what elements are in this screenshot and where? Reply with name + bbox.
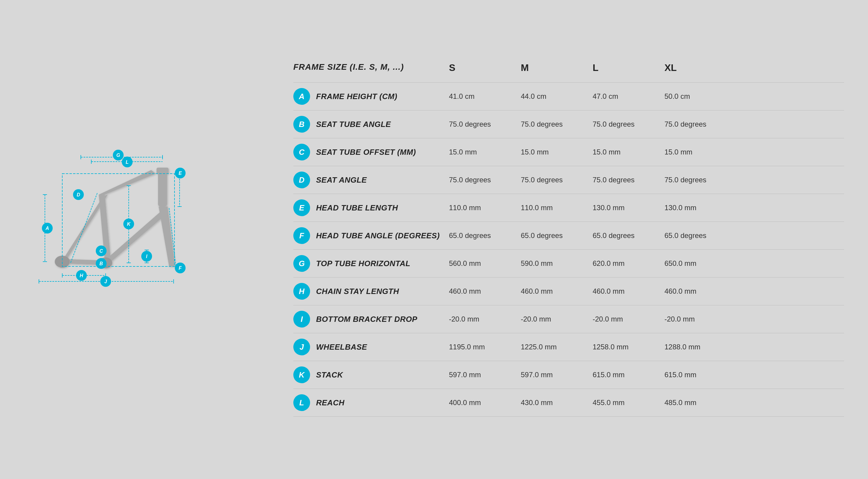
svg-rect-9 xyxy=(157,168,168,174)
spec-value-e-m: 110.0 mm xyxy=(521,204,593,212)
spec-value-c-s: 15.0 mm xyxy=(449,148,521,156)
spec-value-l-xl: 485.0 mm xyxy=(664,398,736,407)
svg-text:J: J xyxy=(104,279,107,284)
svg-text:B: B xyxy=(99,261,103,266)
spec-value-e-s: 110.0 mm xyxy=(449,204,521,212)
spec-row-d: DSEAT ANGLE75.0 degrees75.0 degrees75.0 … xyxy=(293,166,844,194)
spec-name-cell-d: DSEAT ANGLE xyxy=(293,172,449,188)
spec-value-g-s: 560.0 mm xyxy=(449,259,521,268)
badge-h: H xyxy=(293,283,310,300)
spec-value-h-l: 460.0 mm xyxy=(593,287,664,296)
badge-f: F xyxy=(293,227,310,244)
svg-text:I: I xyxy=(146,254,148,259)
page-container: G L E F D A K xyxy=(0,0,868,479)
svg-marker-2 xyxy=(105,212,165,262)
svg-text:A: A xyxy=(45,226,49,231)
badge-j: J xyxy=(293,338,310,355)
spec-value-j-l: 1258.0 mm xyxy=(593,343,664,351)
spec-value-j-xl: 1288.0 mm xyxy=(664,343,736,351)
spec-value-b-l: 75.0 degrees xyxy=(593,120,664,128)
spec-label-l: REACH xyxy=(316,398,344,408)
spec-value-d-s: 75.0 degrees xyxy=(449,176,521,184)
spec-row-b: BSEAT TUBE ANGLE75.0 degrees75.0 degrees… xyxy=(293,110,844,138)
spec-value-k-l: 615.0 mm xyxy=(593,370,664,379)
spec-row-e: EHEAD TUBE LENGTH110.0 mm110.0 mm130.0 m… xyxy=(293,194,844,221)
spec-value-l-l: 455.0 mm xyxy=(593,398,664,407)
frame-size-label: FRAME SIZE (I.E. S, M, ...) xyxy=(293,62,449,73)
badge-g: G xyxy=(293,255,310,272)
badge-b: B xyxy=(293,116,310,132)
spec-label-c: SEAT TUBE OFFSET (MM) xyxy=(316,148,416,157)
spec-value-f-l: 65.0 degrees xyxy=(593,232,664,240)
badge-d: D xyxy=(293,172,310,188)
spec-name-cell-f: FHEAD TUBE ANGLE (DEGREES) xyxy=(293,227,449,244)
spec-value-d-m: 75.0 degrees xyxy=(521,176,593,184)
spec-name-cell-e: EHEAD TUBE LENGTH xyxy=(293,199,449,216)
svg-text:H: H xyxy=(80,273,83,278)
spec-row-a: AFRAME HEIGHT (CM)41.0 cm44.0 cm47.0 cm5… xyxy=(293,82,844,110)
svg-text:D: D xyxy=(76,192,80,197)
spec-rows-container: AFRAME HEIGHT (CM)41.0 cm44.0 cm47.0 cm5… xyxy=(293,82,844,417)
spec-row-k: KSTACK597.0 mm597.0 mm615.0 mm615.0 mm xyxy=(293,361,844,389)
spec-name-cell-g: GTOP TUBE HORIZONTAL xyxy=(293,255,449,272)
spec-label-b: SEAT TUBE ANGLE xyxy=(316,120,391,129)
spec-value-l-s: 400.0 mm xyxy=(449,398,521,407)
spec-value-f-xl: 65.0 degrees xyxy=(664,232,736,240)
spec-value-h-s: 460.0 mm xyxy=(449,287,521,296)
spec-value-e-l: 130.0 mm xyxy=(593,204,664,212)
spec-value-c-l: 15.0 mm xyxy=(593,148,664,156)
spec-label-i: BOTTOM BRACKET DROP xyxy=(316,315,417,324)
badge-e: E xyxy=(293,199,310,216)
spec-row-f: FHEAD TUBE ANGLE (DEGREES)65.0 degrees65… xyxy=(293,221,844,249)
spec-value-d-l: 75.0 degrees xyxy=(593,176,664,184)
spec-row-g: GTOP TUBE HORIZONTAL560.0 mm590.0 mm620.… xyxy=(293,249,844,277)
spec-value-a-s: 41.0 cm xyxy=(449,92,521,100)
spec-row-h: HCHAIN STAY LENGTH460.0 mm460.0 mm460.0 … xyxy=(293,277,844,305)
spec-value-k-xl: 615.0 mm xyxy=(664,370,736,379)
diagram-section: G L E F D A K xyxy=(0,0,269,479)
size-l-header: L xyxy=(593,62,664,73)
spec-name-cell-a: AFRAME HEIGHT (CM) xyxy=(293,88,449,105)
spec-value-i-l: -20.0 mm xyxy=(593,315,664,323)
spec-name-cell-b: BSEAT TUBE ANGLE xyxy=(293,116,449,132)
spec-label-f: HEAD TUBE ANGLE (DEGREES) xyxy=(316,231,440,240)
spec-value-a-m: 44.0 cm xyxy=(521,92,593,100)
spec-value-a-l: 47.0 cm xyxy=(593,92,664,100)
spec-name-cell-l: LREACH xyxy=(293,394,449,411)
spec-value-e-xl: 130.0 mm xyxy=(664,204,736,212)
spec-value-c-m: 15.0 mm xyxy=(521,148,593,156)
bike-svg: G L E F D A K xyxy=(12,135,257,344)
svg-text:G: G xyxy=(117,153,120,158)
spec-value-h-xl: 460.0 mm xyxy=(664,287,736,296)
svg-text:L: L xyxy=(126,159,129,164)
spec-value-g-xl: 650.0 mm xyxy=(664,259,736,268)
size-m-header: M xyxy=(521,62,593,73)
spec-value-i-xl: -20.0 mm xyxy=(664,315,736,323)
spec-value-l-m: 430.0 mm xyxy=(521,398,593,407)
spec-name-cell-c: CSEAT TUBE OFFSET (MM) xyxy=(293,144,449,160)
spec-name-cell-k: KSTACK xyxy=(293,366,449,383)
badge-c: C xyxy=(293,144,310,160)
spec-value-a-xl: 50.0 cm xyxy=(664,92,736,100)
spec-value-g-m: 590.0 mm xyxy=(521,259,593,268)
spec-row-i: IBOTTOM BRACKET DROP-20.0 mm-20.0 mm-20.… xyxy=(293,305,844,333)
specs-header: FRAME SIZE (I.E. S, M, ...) S M L XL xyxy=(293,62,844,76)
svg-rect-5 xyxy=(158,171,167,207)
badge-a: A xyxy=(293,88,310,105)
spec-value-j-s: 1195.0 mm xyxy=(449,343,521,351)
spec-value-h-m: 460.0 mm xyxy=(521,287,593,296)
svg-text:C: C xyxy=(99,248,103,253)
specs-section: FRAME SIZE (I.E. S, M, ...) S M L XL AFR… xyxy=(269,0,868,479)
spec-value-k-s: 597.0 mm xyxy=(449,370,521,379)
spec-value-g-l: 620.0 mm xyxy=(593,259,664,268)
spec-name-cell-h: HCHAIN STAY LENGTH xyxy=(293,283,449,300)
spec-row-l: LREACH400.0 mm430.0 mm455.0 mm485.0 mm xyxy=(293,389,844,417)
svg-text:F: F xyxy=(179,266,182,271)
spec-value-d-xl: 75.0 degrees xyxy=(664,176,736,184)
badge-i: I xyxy=(293,311,310,328)
spec-label-g: TOP TUBE HORIZONTAL xyxy=(316,259,410,268)
spec-name-cell-j: JWHEELBASE xyxy=(293,338,449,355)
bike-diagram: G L E F D A K xyxy=(12,135,257,344)
spec-value-b-xl: 75.0 degrees xyxy=(664,120,736,128)
spec-name-cell-i: IBOTTOM BRACKET DROP xyxy=(293,311,449,328)
